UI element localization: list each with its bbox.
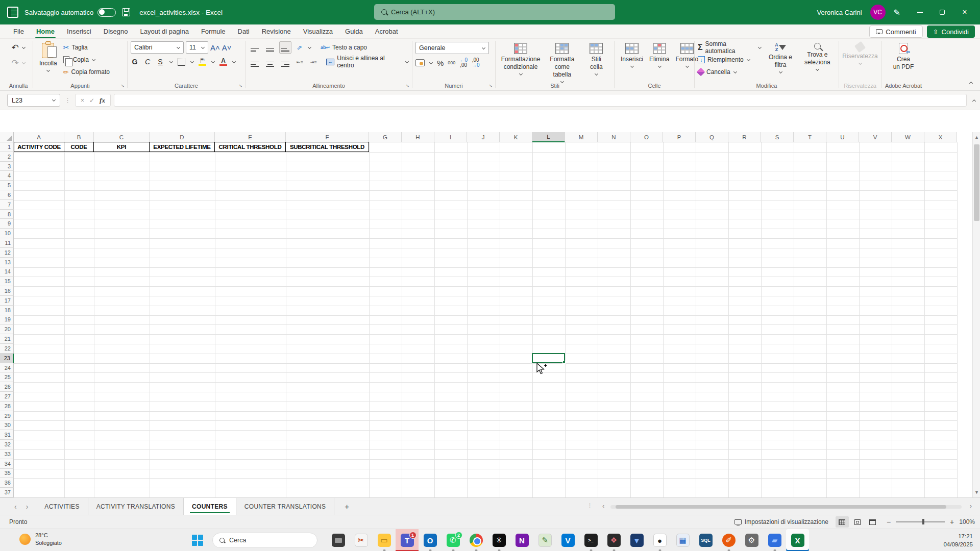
taskbar-clock[interactable]: 17:21 04/09/2025 <box>943 532 973 548</box>
autosave-toggle-group[interactable]: Salvataggio automatico <box>24 8 116 17</box>
increase-indent-button[interactable]: ⇥≡ <box>308 56 319 67</box>
chrome-icon[interactable] <box>464 529 487 551</box>
color-dev-icon[interactable]: ❖ <box>602 529 625 551</box>
cut-button[interactable]: ✂Taglia <box>63 42 110 53</box>
confirm-entry-icon[interactable]: ✓ <box>89 97 94 104</box>
column-header-N[interactable]: N <box>598 132 630 142</box>
alignment-dialog-launcher[interactable]: ↘ <box>405 84 409 88</box>
collapse-ribbon-icon[interactable] <box>969 80 973 87</box>
row-header-21[interactable]: 21 <box>0 334 14 344</box>
accounting-dropdown[interactable] <box>429 60 433 64</box>
panda-app-icon[interactable]: ● <box>648 529 671 551</box>
conditional-formatting-button[interactable]: Formattazione condizionale <box>499 42 543 85</box>
orange-pen-icon[interactable]: ✐ <box>717 529 740 551</box>
menu-tab-revisione[interactable]: Revisione <box>256 24 297 38</box>
chatgpt-icon[interactable]: ✳ <box>487 529 510 551</box>
column-header-K[interactable]: K <box>500 132 532 142</box>
hscroll-left-icon[interactable]: ‹ <box>602 502 604 510</box>
formula-bar-expand-icon[interactable] <box>972 98 976 105</box>
sensitivity-button[interactable]: Riservatezza <box>842 42 878 66</box>
align-middle-button[interactable] <box>264 41 276 53</box>
page-break-view-button[interactable] <box>866 516 879 528</box>
number-dialog-launcher[interactable]: ↘ <box>488 84 493 88</box>
whatsapp-icon[interactable]: ✆2 <box>442 529 464 551</box>
zoom-slider-thumb[interactable] <box>922 519 924 524</box>
row-header-18[interactable]: 18 <box>0 306 14 315</box>
column-header-J[interactable]: J <box>467 132 500 142</box>
row-header-9[interactable]: 9 <box>0 219 14 229</box>
menu-tab-disegno[interactable]: Disegno <box>97 24 134 38</box>
align-center-button[interactable] <box>264 55 276 68</box>
scroll-up-icon[interactable]: ▲ <box>973 133 980 141</box>
horizontal-scroll-thumb[interactable] <box>616 505 946 509</box>
row-header-23[interactable]: 23 <box>0 354 14 363</box>
row-header-24[interactable]: 24 <box>0 363 14 373</box>
page-layout-view-button[interactable] <box>851 516 864 528</box>
phone-link-icon[interactable] <box>327 529 350 551</box>
row-header-12[interactable]: 12 <box>0 248 14 258</box>
row-header-27[interactable]: 27 <box>0 392 14 402</box>
row-header-7[interactable]: 7 <box>0 200 14 210</box>
accounting-format-icon[interactable] <box>415 59 425 66</box>
column-header-D[interactable]: D <box>150 132 215 142</box>
selected-cell-L23[interactable] <box>532 353 565 363</box>
row-header-37[interactable]: 37 <box>0 488 14 497</box>
format-as-table-button[interactable]: Formatta come tabella <box>543 42 582 85</box>
taskbar-search[interactable]: Cerca <box>212 533 317 548</box>
column-header-H[interactable]: H <box>402 132 434 142</box>
menu-tab-guida[interactable]: Guida <box>339 24 369 38</box>
next-sheet-icon[interactable]: › <box>26 503 29 511</box>
maximize-button[interactable] <box>931 0 953 24</box>
sort-filter-button[interactable]: AZ Ordina e filtra <box>764 42 797 78</box>
security-shield-icon[interactable]: ▼ <box>625 529 648 551</box>
name-box[interactable]: L23 <box>7 94 60 107</box>
row-header-4[interactable]: 4 <box>0 171 14 181</box>
column-header-R[interactable]: R <box>728 132 761 142</box>
orientation-dropdown[interactable] <box>308 45 311 48</box>
user-name[interactable]: Veronica Carini <box>817 9 862 16</box>
row-header-11[interactable]: 11 <box>0 238 14 248</box>
row-header-14[interactable]: 14 <box>0 267 14 277</box>
autosave-toggle[interactable] <box>97 8 116 17</box>
row-header-13[interactable]: 13 <box>0 258 14 267</box>
formula-input[interactable] <box>114 94 967 107</box>
row-header-31[interactable]: 31 <box>0 430 14 440</box>
horizontal-scrollbar[interactable] <box>610 505 962 509</box>
redo-button[interactable]: ↷ <box>11 57 25 68</box>
menu-tab-formule[interactable]: Formule <box>195 24 232 38</box>
fill-handle[interactable] <box>562 361 566 364</box>
align-right-button[interactable] <box>279 55 291 68</box>
analytics-icon[interactable]: ▦ <box>671 529 694 551</box>
row-header-15[interactable]: 15 <box>0 277 14 286</box>
column-header-E[interactable]: E <box>215 132 286 142</box>
number-format-select[interactable]: Generale <box>415 42 489 54</box>
row-header-20[interactable]: 20 <box>0 324 14 334</box>
add-sheet-button[interactable]: + <box>334 498 359 515</box>
underline-button[interactable]: S <box>156 58 164 66</box>
start-button[interactable] <box>192 535 203 546</box>
underline-dropdown[interactable] <box>169 59 173 63</box>
percent-style-button[interactable]: % <box>437 59 444 67</box>
font-name-select[interactable]: Calibri <box>131 41 184 54</box>
decrease-indent-button[interactable]: ⇤≡ <box>295 56 305 67</box>
align-top-button[interactable] <box>249 41 261 53</box>
hscroll-right-icon[interactable]: › <box>970 502 972 510</box>
column-header-O[interactable]: O <box>630 132 663 142</box>
outlook-icon[interactable]: O <box>419 529 442 551</box>
column-header-Q[interactable]: Q <box>696 132 728 142</box>
header-cell-A1[interactable]: ACTIVITY CODE <box>14 142 64 152</box>
column-header-G[interactable]: G <box>369 132 402 142</box>
row-header-1[interactable]: 1 <box>0 142 14 152</box>
header-cell-C1[interactable]: KPI <box>93 142 150 152</box>
undo-button[interactable]: ↶ <box>11 42 25 53</box>
bold-button[interactable]: G <box>131 58 139 66</box>
row-header-35[interactable]: 35 <box>0 469 14 479</box>
avatar[interactable]: VC <box>870 5 886 20</box>
create-pdf-button[interactable]: Creaun PDF <box>885 42 922 72</box>
row-header-22[interactable]: 22 <box>0 344 14 354</box>
decrease-decimal-button[interactable]: ,00→0 <box>472 58 480 68</box>
pen-mode-icon[interactable]: ✎ <box>894 8 900 17</box>
vertical-scroll-thumb[interactable] <box>974 144 979 221</box>
menu-tab-inserisci[interactable]: Inserisci <box>61 24 97 38</box>
menu-tab-home[interactable]: Home <box>30 24 61 38</box>
